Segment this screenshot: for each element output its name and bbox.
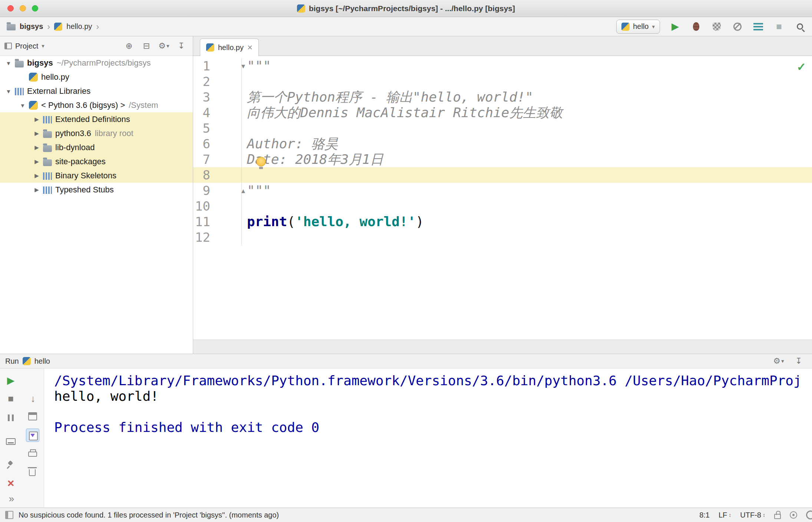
chevron-down-icon: ▾ [652,23,655,30]
run-button[interactable]: ▶ [670,21,681,32]
close-window-button[interactable] [7,5,14,11]
scroll-to-end-button[interactable] [26,429,39,442]
profiler-button[interactable] [732,21,743,32]
editor-line-10[interactable]: 10 [193,198,812,214]
tree-item-python3.6[interactable]: ▶python3.6library root [0,126,193,141]
editor-line-2[interactable]: 2 [193,74,812,89]
chevron-down-icon[interactable]: ▼ [4,88,13,95]
tree-item-typeshed-stubs[interactable]: ▶Typeshed Stubs [0,183,193,197]
bug-icon [693,22,699,31]
editor-line-11[interactable]: 11print('hello, world!') [193,214,812,229]
minimize-window-button[interactable] [20,5,26,11]
project-view-selector[interactable]: Project [15,42,38,50]
coverage-button[interactable] [711,21,722,32]
editor-line-12[interactable]: 12 [193,229,812,245]
code-text: """ [242,183,812,198]
console-line: Process finished with exit code 0 [54,420,812,435]
editor-line-9[interactable]: 9▴""" [193,183,812,198]
pause-output-button[interactable] [8,414,14,421]
editor-line-7[interactable]: 7Date: 2018年3月1日 [193,152,812,167]
editor-line-5[interactable]: 5 [193,120,812,136]
readonly-lock-icon[interactable] [774,514,781,519]
inspections-hector-icon[interactable] [790,511,797,519]
more-actions-icon[interactable]: » [6,493,17,504]
chevron-down-icon[interactable]: ▼ [18,102,27,109]
line-number: 8 [193,167,212,183]
toolwindow-toggle-icon[interactable] [5,511,13,519]
chevron-right-icon[interactable]: ▶ [32,130,42,137]
encoding-select[interactable]: UTF-8↕ [740,511,765,519]
code-text: 第一个Python程序 - 输出"hello, world!" [242,89,812,105]
code-text: Author: 骆昊 [242,136,812,152]
chevron-right-icon[interactable]: ▶ [32,116,42,123]
run-tab-label: Run [5,357,19,366]
tree-item-bigsys[interactable]: ▼bigsys~/PycharmProjects/bigsys [0,56,193,70]
console-output[interactable]: /System/Library/Frameworks/Python.framew… [44,369,812,508]
tree-item-site-packages[interactable]: ▶site-packages [0,155,193,169]
tree-item-hello.py[interactable]: hello.py [0,70,193,84]
collapse-all-button[interactable]: ⊟ [139,41,154,51]
chevron-right-icon[interactable]: ▶ [32,158,42,165]
close-console-button[interactable]: × [5,478,16,489]
print-icon[interactable] [28,452,37,457]
horizontal-scrollbar[interactable] [193,340,812,354]
python-icon [23,357,31,365]
run-settings-button[interactable]: ⚙▾ [770,356,787,366]
run-configuration-select[interactable]: hello ▾ [616,20,660,34]
gear-icon: ⚙ [158,41,166,51]
run-configuration-label: hello [633,22,648,31]
tree-item-binary-skeletons[interactable]: ▶Binary Skeletons [0,169,193,183]
debug-button[interactable] [690,21,702,32]
breadcrumb-file[interactable]: hello.py [66,22,92,31]
hide-run-window-button[interactable]: ↧ [790,356,807,366]
editor-tab-hello-py[interactable]: hello.py × [200,39,259,56]
restore-layout-button[interactable] [28,412,37,420]
tree-item-lib-dynload[interactable]: ▶lib-dynload [0,141,193,155]
breadcrumb-project[interactable]: bigsys [20,22,43,31]
zoom-window-button[interactable] [32,5,38,11]
window-title: bigsys [~/PycharmProjects/bigsys] - .../… [309,4,515,13]
editor-line-6[interactable]: 6Author: 骆昊 [193,136,812,152]
tree-item-label: Extended Definitions [55,115,130,124]
settings-button[interactable]: ⚙▾ [157,41,171,51]
clear-all-icon[interactable] [29,469,36,476]
updown-icon: ↕ [763,512,765,518]
editor-line-3[interactable]: 3第一个Python程序 - 输出"hello, world!" [193,89,812,105]
fold-marker-icon[interactable]: ▾ [212,58,242,74]
run-config-name: hello [34,357,50,366]
tree-item-external-libraries[interactable]: ▼External Libraries [0,84,193,98]
libraries-icon [43,116,52,123]
line-number: 9 [193,183,212,198]
locate-file-button[interactable]: ⊕ [122,41,136,51]
caret-position[interactable]: 8:1 [699,511,710,519]
close-tab-icon[interactable]: × [247,44,252,51]
chevron-down-icon[interactable]: ▾ [42,43,44,49]
intention-bulb-icon[interactable] [256,157,266,166]
fold-gutter [212,167,242,183]
tree-item-extended-definitions[interactable]: ▶Extended Definitions [0,112,193,126]
run-tool-window-header[interactable]: Run hello ⚙▾ ↧ [0,354,812,369]
concurrency-button[interactable] [753,21,764,32]
chevron-right-icon[interactable]: ▶ [32,144,42,151]
code-text [242,74,812,89]
rerun-button[interactable]: ▶ [5,375,16,386]
search-icon[interactable] [806,511,812,519]
tree-item--python-3.6-bigsys-[interactable]: ▼< Python 3.6 (bigsys) >/System [0,98,193,112]
hide-tool-window-button[interactable]: ↧ [174,41,188,51]
show-console-icon[interactable] [6,438,16,445]
pin-tab-icon[interactable] [6,460,14,469]
fold-marker-icon[interactable]: ▴ [212,183,242,198]
tree-item-suffix: library root [95,129,133,138]
chevron-right-icon[interactable]: ▶ [32,186,42,193]
chevron-right-icon[interactable]: ▶ [32,172,42,179]
editor-line-8[interactable]: 8 [193,167,812,183]
editor-line-4[interactable]: 4向伟大的Dennis MacAlistair Ritchie先生致敬 [193,105,812,120]
code-text: Date: 2018年3月1日 [242,152,812,167]
line-separator-select[interactable]: LF↕ [719,511,731,519]
code-editor[interactable]: 1▾"""2 3第一个Python程序 - 输出"hello, world!"4… [193,56,812,354]
coverage-icon [713,23,721,31]
scroll-down-button[interactable]: ↓ [27,393,39,404]
editor-line-1[interactable]: 1▾""" [193,58,812,74]
chevron-down-icon[interactable]: ▼ [4,60,13,66]
search-everywhere-button[interactable] [794,21,805,32]
